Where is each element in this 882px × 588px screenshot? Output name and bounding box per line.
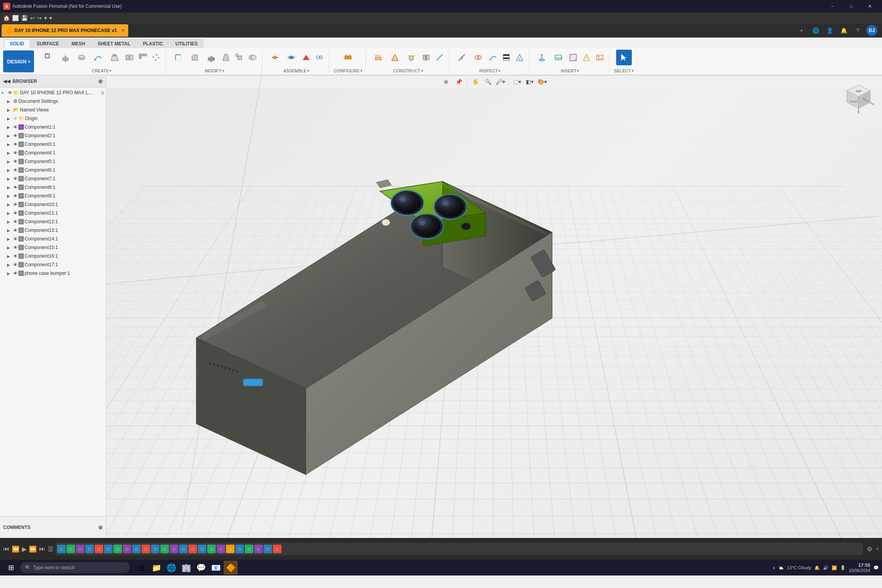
comp6-expand[interactable]: ▶ [7,168,13,172]
phone-case-bumper-item[interactable]: ▶ 👁 □ phone case bumper:1 [0,269,106,278]
comp4-expand[interactable]: ▶ [7,151,13,155]
comp17-expand[interactable]: ▶ [7,263,13,267]
component7-item[interactable]: ▶ 👁 □ Component7:1 [0,174,106,183]
comp8-expand[interactable]: ▶ [7,185,13,190]
tab-solid[interactable]: SOLID [4,39,30,48]
system-clock[interactable]: 17:55 15/06/2024 [849,563,870,573]
comp5-eye-icon[interactable]: 👁 [13,159,18,164]
inspect-dropdown[interactable]: INSPECT ▾ [479,68,501,73]
store-app[interactable]: 🏢 [179,561,193,575]
timeline-track[interactable]: □ □ □ □ □ □ □ □ □ □ □ □ □ □ □ □ □ □ □ □ … [56,543,863,555]
component17-item[interactable]: ▶ 👁 □ Component17:1 [0,260,106,269]
modify-dropdown[interactable]: MODIFY ▾ [205,68,224,73]
insert-derive-icon[interactable] [534,50,550,65]
browser-settings-icon[interactable]: ⊕ [98,78,103,84]
select-icon[interactable] [616,50,632,65]
component2-item[interactable]: ▶ 👁 □ Component2:1 [0,131,106,140]
comp3-eye-icon[interactable]: 👁 [13,142,18,147]
comp1-eye-icon[interactable]: 👁 [13,125,18,129]
document-settings-item[interactable]: ▶ ⚙ Document Settings [0,97,106,106]
move-icon[interactable] [150,51,162,64]
comp16-eye-icon[interactable]: 👁 [13,254,18,258]
loft-icon[interactable] [107,50,122,65]
extrude-icon[interactable] [57,50,73,65]
doc-settings-expand[interactable]: ▶ [7,99,13,104]
zebra-icon[interactable] [500,51,513,64]
comp11-eye-icon[interactable]: 👁 [13,211,18,215]
comp1-expand[interactable]: ▶ [7,125,13,129]
comp17-eye-icon[interactable]: 👁 [13,262,18,267]
tl-marker[interactable]: □ [66,545,75,553]
comp6-eye-icon[interactable]: 👁 [13,168,18,172]
component14-item[interactable]: ▶ 👁 □ Component14:1 [0,235,106,243]
component15-item[interactable]: ▶ 👁 □ Component15:1 [0,243,106,252]
new-component-icon[interactable] [41,50,57,65]
tl-next-icon[interactable]: ⏭ [39,545,45,552]
tl-marker[interactable]: □ [142,545,150,553]
tl-menu-icon[interactable]: ☰ [48,545,53,553]
tangent-plane-icon[interactable] [403,50,419,65]
home-icon[interactable]: 🏠 [3,15,10,21]
tl-marker[interactable]: □ [113,545,122,553]
comments-settings-icon[interactable]: ⊕ [98,524,103,531]
sweep-icon[interactable] [90,50,106,65]
chamfer-icon[interactable] [187,50,203,65]
comp13-eye-icon[interactable]: 👁 [13,228,18,233]
tab-utilities[interactable]: UTILITIES [170,39,204,48]
eye-icon[interactable]: 👁 [8,90,12,95]
comp10-eye-icon[interactable]: 👁 [13,202,18,207]
component11-item[interactable]: ▶ 👁 □ Component11:1 [0,209,106,217]
component6-item[interactable]: ▶ 👁 □ Component6:1 [0,166,106,174]
comp5-expand[interactable]: ▶ [7,160,13,164]
comp12-expand[interactable]: ▶ [7,220,13,224]
comp7-expand[interactable]: ▶ [7,177,13,181]
tl-play-icon[interactable]: ▶ [22,545,27,553]
tab-plastic[interactable]: PLASTIC [137,39,169,48]
select-dropdown[interactable]: SELECT ▾ [614,68,634,73]
tl-add-icon[interactable]: + [876,546,879,552]
network-icon[interactable]: 📶 [832,565,837,570]
search-bar[interactable]: 🔍 [20,562,130,573]
globe-button[interactable]: 🌐 [810,25,821,36]
viewport[interactable]: TOP RIGHT FRONT Y X ⊕ 📌 ✋ 🔍 🔎▾ ⬚▾ [106,75,882,538]
tl-marker[interactable]: □ [254,545,263,553]
component4-item[interactable]: ▶ 👁 □ Component4:1 [0,149,106,157]
comp7-eye-icon[interactable]: 👁 [13,176,18,181]
as-built-joint-icon[interactable] [283,50,299,65]
comp14-eye-icon[interactable]: 👁 [13,237,18,241]
comp10-expand[interactable]: ▶ [7,203,13,207]
comp9-expand[interactable]: ▶ [7,194,13,198]
tl-marker[interactable]: □ [160,545,169,553]
help-button[interactable]: ? [852,25,863,36]
create-dropdown[interactable]: CREATE ▾ [91,68,111,73]
tl-marker[interactable]: □ [132,545,141,553]
undo-list-icon[interactable]: ▾ [44,15,47,21]
tl-step-forward-icon[interactable]: ⏩ [29,545,37,553]
curvature-icon[interactable] [487,51,499,64]
comp2-expand[interactable]: ▶ [7,134,13,138]
component9-item[interactable]: ▶ 👁 □ Component9:1 [0,192,106,200]
search-input[interactable] [33,565,125,570]
tl-marker[interactable]: □ [217,545,225,553]
tl-settings-icon[interactable]: ⚙ [867,545,872,553]
draft-icon[interactable] [220,51,232,64]
insert-dropdown[interactable]: INSERT ▾ [561,68,579,73]
comp12-eye-icon[interactable]: 👁 [13,219,18,224]
scale-icon[interactable] [233,51,246,64]
tl-marker[interactable]: □ [245,545,253,553]
construct-dropdown[interactable]: CONSTRUCT ▾ [393,68,423,73]
taskview-button[interactable]: ⊟ [134,561,149,575]
nav-cube[interactable]: TOP RIGHT FRONT Y X [843,83,874,114]
interference-icon[interactable] [470,50,486,65]
contact-sets-icon[interactable] [300,51,312,64]
tl-marker[interactable]: □ [151,545,160,553]
tab-sheet-metal[interactable]: SHEET METAL [92,39,136,48]
axis-icon[interactable] [433,51,446,64]
measure-icon[interactable]: ∥ [454,50,470,65]
tl-prev-icon[interactable]: ⏮ [3,545,9,552]
root-settings-icon[interactable]: ⊙ [101,90,104,95]
component5-item[interactable]: ▶ 👁 □ Component5:1 [0,157,106,166]
tab-surface[interactable]: SURFACE [31,39,65,48]
insert-canvas-icon[interactable] [567,51,579,64]
tl-marker[interactable]: □ [188,545,197,553]
